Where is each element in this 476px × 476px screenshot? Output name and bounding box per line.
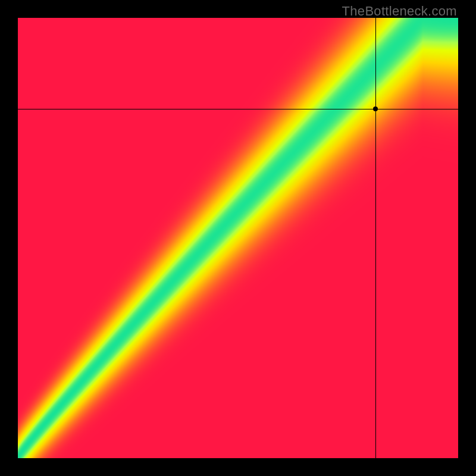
crosshair-vertical (375, 18, 376, 458)
heatmap-canvas (18, 18, 458, 458)
heatmap-plot (18, 18, 458, 458)
marker-dot (373, 107, 378, 111)
crosshair-horizontal (18, 109, 458, 109)
watermark-text: TheBottleneck.com (342, 4, 457, 19)
